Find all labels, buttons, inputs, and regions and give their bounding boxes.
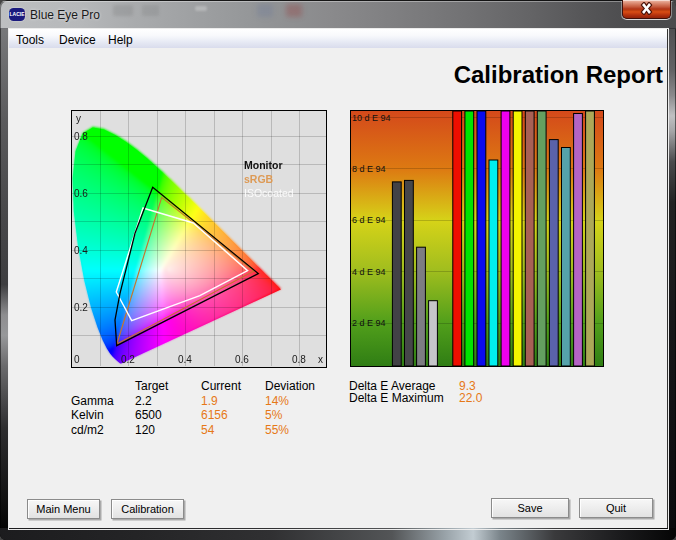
- svg-text:6 d E 94: 6 d E 94: [352, 215, 386, 225]
- svg-text:10 d E 94: 10 d E 94: [352, 113, 391, 123]
- svg-text:8 d E 94: 8 d E 94: [352, 164, 386, 174]
- svg-text:2 d E 94: 2 d E 94: [352, 318, 386, 328]
- svg-text:4 d E 94: 4 d E 94: [352, 267, 386, 277]
